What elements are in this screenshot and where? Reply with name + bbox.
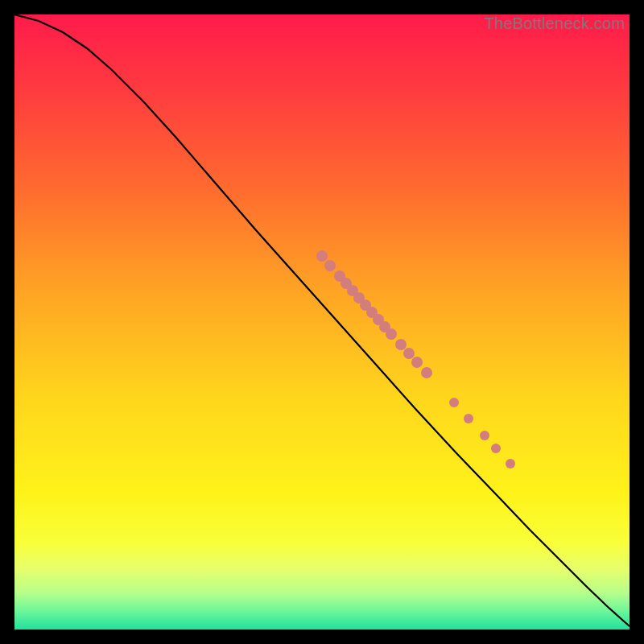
highlight-dot <box>411 357 423 368</box>
highlight-dot <box>316 250 328 262</box>
highlight-dot <box>480 431 489 440</box>
highlight-dot <box>403 348 415 359</box>
highlight-dot <box>324 260 336 271</box>
highlight-dot <box>395 339 407 350</box>
highlight-dot <box>464 414 473 423</box>
chart-frame: TheBottleneck.com <box>0 0 644 644</box>
highlight-dot <box>386 328 397 340</box>
watermark-label: TheBottleneck.com <box>484 14 625 33</box>
chart-canvas <box>14 14 630 630</box>
plot-area: TheBottleneck.com <box>14 14 630 630</box>
highlight-dot <box>449 398 459 407</box>
highlight-dot <box>491 444 501 453</box>
highlight-dot <box>506 459 515 469</box>
highlight-dot <box>421 367 432 378</box>
